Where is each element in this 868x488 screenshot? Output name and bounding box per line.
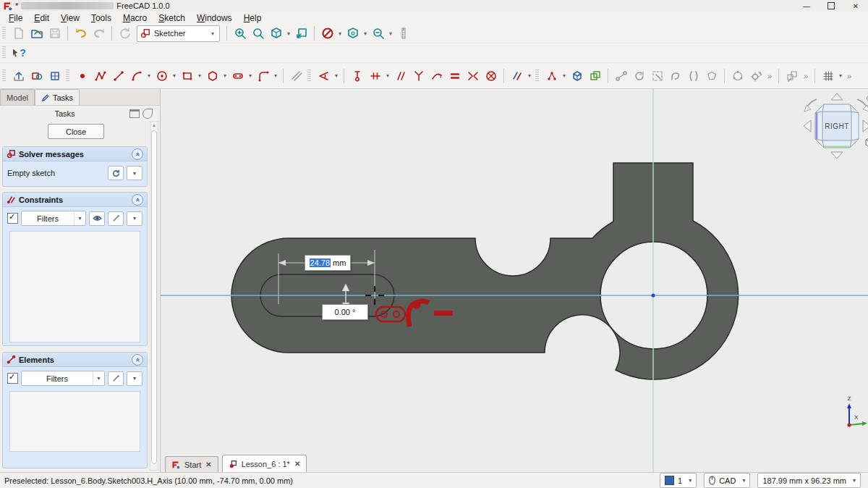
redo-button[interactable] (90, 25, 108, 42)
arc-dropdown-icon[interactable] (145, 67, 153, 85)
constraints-list[interactable] (9, 231, 140, 342)
constrain-equal-button[interactable] (446, 67, 464, 85)
sketcher-settings-button[interactable] (746, 67, 765, 85)
whats-this-button[interactable] (9, 44, 27, 62)
workbench-selector[interactable]: Sketcher (137, 25, 220, 42)
slot-dropdown-icon[interactable] (247, 67, 254, 85)
leave-sketch-button[interactable] (9, 67, 27, 85)
new-document-button[interactable] (9, 25, 27, 42)
menu-view[interactable]: View (55, 13, 85, 23)
create-slot-button[interactable] (229, 67, 247, 85)
scroll-up-icon[interactable]: ▲ (150, 122, 158, 129)
create-polyline-button[interactable] (91, 67, 109, 85)
collapse-constraints-button[interactable] (132, 194, 143, 206)
menu-sketch[interactable]: Sketch (153, 13, 191, 23)
toolbar-handle[interactable] (2, 46, 6, 59)
create-fillet-button[interactable] (254, 67, 272, 85)
view-dimensions-selector[interactable]: 187.99 mm x 96.23 mm (757, 473, 861, 488)
render-order-button[interactable] (783, 67, 801, 85)
save-button[interactable] (46, 25, 64, 42)
zoom-tools-button[interactable] (369, 25, 387, 42)
tab-start-page[interactable]: Start (165, 456, 218, 472)
menu-edit[interactable]: Edit (28, 13, 55, 23)
length-input[interactable]: 24.78 mm (305, 255, 351, 271)
solver-dropdown-button[interactable] (127, 166, 142, 180)
close-task-button[interactable]: Close (48, 124, 104, 139)
layer-selector[interactable]: 1 (660, 473, 697, 488)
constrain-symmetric-button[interactable] (464, 67, 482, 85)
cube-arrow-right[interactable] (863, 120, 868, 132)
grid-dropdown-icon[interactable] (837, 67, 844, 85)
bspline-degree-button[interactable] (612, 67, 630, 85)
draw-style-dropdown-icon[interactable] (336, 25, 344, 42)
create-arc-button[interactable] (127, 67, 145, 85)
constrain-parallel-button[interactable] (391, 67, 409, 85)
fillet-dropdown-icon[interactable] (272, 67, 279, 85)
constrain-horizontal-vertical-button[interactable] (366, 67, 384, 85)
toolbar-overflow-icon[interactable] (765, 67, 775, 85)
create-circle-button[interactable] (153, 67, 171, 85)
close-window-button[interactable]: ✕ (843, 0, 868, 12)
sync-view-button[interactable] (292, 25, 310, 42)
measure-button[interactable] (394, 25, 412, 42)
menu-macro[interactable]: Macro (117, 13, 153, 23)
auto-update-button[interactable] (108, 166, 124, 180)
scrollbar-thumb[interactable] (151, 130, 157, 464)
toolbar-handle[interactable] (2, 70, 6, 83)
cube-arrow-down[interactable] (831, 152, 843, 159)
constraints-settings-button[interactable] (108, 211, 124, 226)
select-elements-button[interactable] (648, 67, 666, 85)
navigation-cube[interactable]: RIGHT (804, 93, 868, 159)
cube-arrow-left[interactable] (804, 120, 811, 132)
dock-scrollbar[interactable]: ▲ (150, 121, 158, 471)
constrain-block-button[interactable] (482, 67, 500, 85)
rectangle-dropdown-icon[interactable] (196, 67, 203, 85)
refresh-button[interactable] (116, 25, 134, 42)
view-sketch-button[interactable] (46, 67, 64, 85)
merge-sketches-button[interactable] (586, 67, 604, 85)
toggle-grid-button[interactable] (819, 67, 837, 85)
undo-button[interactable] (72, 25, 90, 42)
toolbar-handle[interactable] (307, 70, 311, 83)
elements-filter-checkbox[interactable] (7, 373, 18, 384)
toolbar-overflow-icon[interactable] (844, 67, 854, 85)
part-shape[interactable] (231, 163, 739, 379)
cube-arrow-up[interactable] (831, 93, 843, 100)
bspline-knots-button[interactable] (684, 67, 702, 85)
toolbar-overflow-icon[interactable] (801, 67, 811, 85)
zoom-dropdown-icon[interactable] (387, 25, 394, 42)
toolbar-handle[interactable] (535, 70, 539, 83)
collapse-solver-button[interactable] (132, 148, 143, 160)
menu-windows[interactable]: Windows (191, 13, 238, 23)
sketch-viewport[interactable]: RIGHT (161, 89, 868, 472)
dock-float-icon[interactable] (129, 109, 140, 118)
menu-help[interactable]: Help (238, 13, 268, 23)
bspline-comb-button[interactable] (666, 67, 684, 85)
polygon-dropdown-icon[interactable] (221, 67, 229, 85)
elements-settings-button[interactable] (108, 371, 124, 386)
menu-tools[interactable]: Tools (85, 13, 117, 23)
elements-header[interactable]: Elements (3, 353, 147, 367)
collapse-elements-button[interactable] (132, 354, 143, 366)
view-section-button[interactable] (27, 67, 46, 85)
elements-settings-dropdown[interactable] (127, 371, 142, 386)
driving-constraint-dropdown-icon[interactable] (526, 67, 533, 85)
tab-lesson-document[interactable]: Lesson_6 : 1* (222, 455, 307, 472)
axonometric-view-button[interactable] (267, 25, 285, 42)
trim-edge-button[interactable] (287, 67, 305, 85)
circle-dropdown-icon[interactable] (171, 67, 178, 85)
constrain-vertical-button[interactable] (348, 67, 366, 85)
toolbar-handle[interactable] (66, 70, 69, 83)
hv-constraint-dropdown-icon[interactable] (384, 67, 391, 85)
fit-selection-button[interactable] (249, 25, 267, 42)
navigation-style-selector[interactable]: CAD (704, 473, 750, 488)
constraints-filter-checkbox[interactable] (7, 213, 18, 224)
constrain-toggle-active-button[interactable] (542, 67, 561, 85)
elements-filter-combo[interactable]: Filters (21, 371, 105, 386)
dimension-dropdown-icon[interactable] (333, 67, 340, 85)
minimize-button[interactable]: — (794, 0, 819, 12)
dock-options-icon[interactable] (142, 109, 153, 119)
create-line-button[interactable] (109, 67, 127, 85)
create-point-button[interactable] (73, 67, 91, 85)
constrain-tangent-button[interactable] (427, 67, 446, 85)
